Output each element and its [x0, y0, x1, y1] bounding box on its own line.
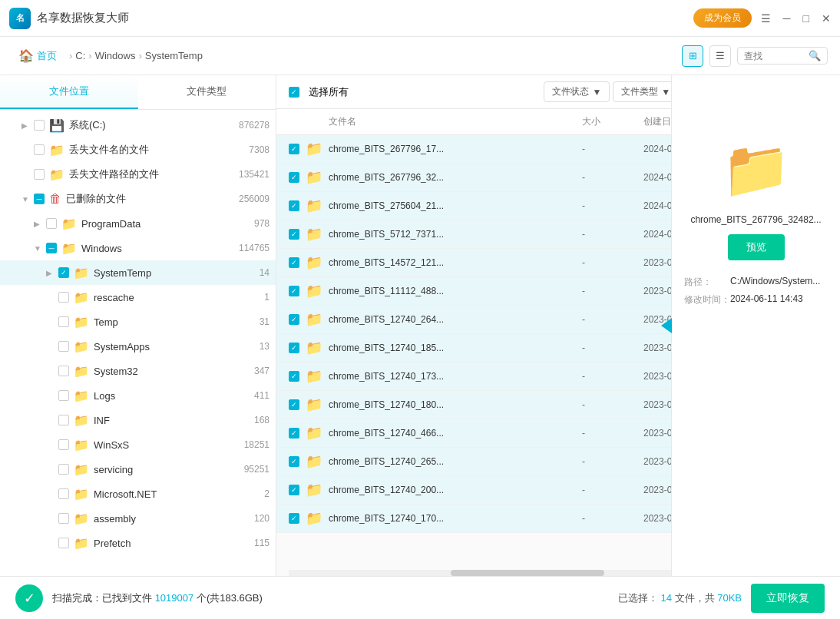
filter-type[interactable]: 文件类型 ▼	[613, 81, 679, 102]
home-button[interactable]: 🏠 首页	[12, 45, 63, 66]
tree-item-system[interactable]: ▶ 💾 系统(C:) 876278	[0, 113, 276, 137]
tree-label-programdata: ProgramData	[81, 218, 248, 230]
filter-type-arrow: ▼	[661, 87, 670, 98]
file-checkbox-11[interactable]: ✓	[289, 456, 299, 467]
file-name-6: chrome_BITS_12740_264...	[329, 314, 582, 325]
file-checkbox-9[interactable]: ✓	[289, 399, 299, 410]
tree-item-microsoftnet[interactable]: 📁 Microsoft.NET 2	[0, 482, 276, 506]
tree-item-lost-name[interactable]: 📁 丢失文件名的文件 7308	[0, 137, 276, 162]
tree-count-programdata: 978	[254, 218, 270, 229]
file-checkbox-1[interactable]: ✓	[289, 172, 299, 183]
file-checkbox-12[interactable]: ✓	[289, 485, 299, 495]
checkbox-lost-name[interactable]	[34, 144, 45, 155]
tree-item-programdata[interactable]: ▶ 📁 ProgramData 978	[0, 211, 276, 236]
breadcrumb: › C: › Windows › SystemTemp	[69, 50, 203, 61]
tree-item-temp[interactable]: 📁 Temp 31	[0, 310, 276, 334]
checkbox-assembly[interactable]	[58, 513, 69, 524]
checkbox-inf[interactable]	[58, 415, 69, 425]
tree-label-system: 系统(C:)	[69, 118, 233, 132]
checkbox-winsxs[interactable]	[58, 439, 69, 450]
tree-item-prefetch[interactable]: 📁 Prefetch 115	[0, 531, 276, 555]
file-checkbox-13[interactable]: ✓	[289, 513, 299, 524]
checkbox-rescache[interactable]	[58, 292, 69, 303]
close-button[interactable]: ✕	[822, 12, 831, 25]
tree-item-servicing[interactable]: 📁 servicing 95251	[0, 457, 276, 482]
file-size-0: -	[582, 144, 643, 154]
minimize-button[interactable]: ─	[783, 12, 791, 25]
preview-button[interactable]: 预览	[728, 234, 785, 260]
vip-button[interactable]: 成为会员	[693, 8, 752, 28]
meta-row-time: 修改时间： 2024-06-11 14:43	[684, 293, 828, 306]
tree-label-lost-path: 丢失文件路径的文件	[69, 167, 233, 181]
file-checkbox-6[interactable]: ✓	[289, 314, 299, 325]
tree-item-inf[interactable]: 📁 INF 168	[0, 408, 276, 432]
select-all[interactable]: ✓ 选择所有	[289, 85, 349, 99]
tree-count-winsxs: 18251	[244, 439, 270, 450]
recover-button[interactable]: 立即恢复	[751, 584, 825, 613]
tree-item-windows[interactable]: ▼ ─ 📁 Windows 114765	[0, 236, 276, 260]
tab-file-location[interactable]: 文件位置	[0, 75, 138, 109]
checkbox-microsoftnet[interactable]	[58, 488, 69, 499]
file-size-10: -	[582, 428, 643, 439]
view-grid-button[interactable]: ⊞	[682, 45, 703, 67]
maximize-button[interactable]: □	[803, 12, 809, 25]
file-name-2: chrome_BITS_275604_21...	[329, 200, 582, 211]
folder-icon-windows: 📁	[61, 241, 77, 256]
tree-item-system32[interactable]: 📁 System32 347	[0, 359, 276, 383]
search-input[interactable]	[744, 51, 805, 61]
file-checkbox-2[interactable]: ✓	[289, 200, 299, 211]
meta-label-time: 修改时间：	[684, 293, 730, 306]
file-name-1: chrome_BITS_267796_32...	[329, 172, 582, 183]
scroll-thumb[interactable]	[451, 570, 604, 576]
tree-item-deleted[interactable]: ▼ ─ 🗑 已删除的文件 256009	[0, 187, 276, 211]
file-count: 1019007	[155, 592, 194, 604]
filter-status[interactable]: 文件状态 ▼	[544, 81, 610, 102]
checkbox-windows[interactable]: ─	[46, 243, 57, 253]
app-title: 名享数据恢复大师	[37, 11, 129, 25]
file-size-4: -	[582, 257, 643, 268]
file-checkbox-7[interactable]: ✓	[289, 343, 299, 353]
breadcrumb-c[interactable]: C:	[75, 50, 85, 61]
select-all-checkbox[interactable]: ✓	[289, 87, 299, 98]
select-all-label: 选择所有	[309, 85, 349, 99]
file-checkbox-4[interactable]: ✓	[289, 257, 299, 268]
tab-file-type[interactable]: 文件类型	[138, 75, 276, 109]
tree-item-rescache[interactable]: 📁 rescache 1	[0, 285, 276, 310]
file-checkbox-0[interactable]: ✓	[289, 144, 299, 154]
file-folder-icon-3: 📁	[306, 226, 322, 243]
checkbox-systemtemp[interactable]: ✓	[58, 267, 69, 278]
tree-item-systemtemp[interactable]: ▶ ✓ 📁 SystemTemp 14	[0, 260, 276, 285]
tree-item-lost-path[interactable]: 📁 丢失文件路径的文件 135421	[0, 162, 276, 187]
file-checkbox-3[interactable]: ✓	[289, 229, 299, 240]
file-checkbox-10[interactable]: ✓	[289, 428, 299, 439]
checkbox-system[interactable]	[34, 120, 45, 131]
tree-label-systemtemp: SystemTemp	[94, 267, 253, 279]
breadcrumb-systemtemp[interactable]: SystemTemp	[145, 50, 203, 61]
tree-item-winsxs[interactable]: 📁 WinSxS 18251	[0, 432, 276, 457]
file-folder-icon-6: 📁	[306, 311, 322, 328]
file-checkbox-5[interactable]: ✓	[289, 286, 299, 296]
view-list-button[interactable]: ☰	[709, 45, 731, 67]
meta-label-path: 路径：	[684, 276, 730, 289]
status-check-icon: ✓	[15, 584, 43, 612]
file-checkbox-8[interactable]: ✓	[289, 371, 299, 382]
checkbox-logs[interactable]	[58, 390, 69, 401]
tree-item-systemapps[interactable]: 📁 SystemApps 13	[0, 334, 276, 359]
file-folder-icon-7: 📁	[306, 339, 322, 356]
checkbox-system32[interactable]	[58, 366, 69, 376]
checkbox-servicing[interactable]	[58, 464, 69, 475]
folder-icon-prefetch: 📁	[74, 536, 89, 551]
checkbox-deleted[interactable]: ─	[34, 194, 45, 204]
tree-item-logs[interactable]: 📁 Logs 411	[0, 383, 276, 408]
checkbox-systemapps[interactable]	[58, 341, 69, 352]
menu-button[interactable]: ☰	[761, 12, 771, 25]
file-size-8: -	[582, 371, 643, 382]
tree-item-assembly[interactable]: 📁 assembly 120	[0, 506, 276, 531]
checkbox-prefetch[interactable]	[58, 538, 69, 548]
checkbox-programdata[interactable]	[46, 218, 57, 229]
breadcrumb-windows[interactable]: Windows	[95, 50, 136, 61]
checkbox-temp[interactable]	[58, 316, 69, 327]
file-name-8: chrome_BITS_12740_173...	[329, 371, 582, 382]
folder-icon-systemapps: 📁	[74, 339, 89, 354]
checkbox-lost-path[interactable]	[34, 169, 45, 180]
